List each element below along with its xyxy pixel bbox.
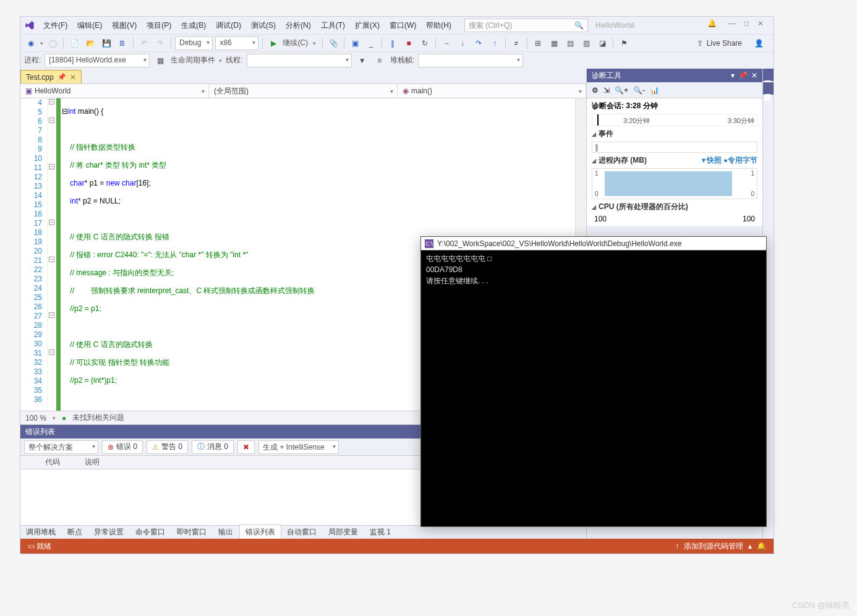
tab-locals[interactable]: 局部变量 <box>323 525 364 539</box>
minimize-icon[interactable]: — <box>728 19 736 32</box>
menu-build[interactable]: 生成(B) <box>177 18 210 33</box>
tab-exceptions[interactable]: 异常设置 <box>88 525 130 539</box>
step-out-icon[interactable]: ↑ <box>488 36 501 50</box>
undo-icon[interactable]: ↶ <box>137 36 151 50</box>
menu-file[interactable]: 文件(F) <box>39 18 72 33</box>
notif-icon[interactable]: 🔔 <box>757 542 766 550</box>
tb-misc-2[interactable]: ⊞ <box>531 36 545 50</box>
tb-misc-6[interactable]: ◪ <box>595 36 609 50</box>
clear-pill[interactable]: ✖ <box>237 440 255 454</box>
thread-tool-icon[interactable]: ≡ <box>373 54 386 67</box>
zoom-level[interactable]: 100 % <box>25 414 46 422</box>
collapse-icon[interactable]: ◢ <box>592 131 596 137</box>
tb-misc-3[interactable]: ▦ <box>547 36 561 50</box>
redo-icon[interactable]: ↷ <box>153 36 167 50</box>
thread-combo[interactable] <box>247 54 352 67</box>
menu-edit[interactable]: 编辑(E) <box>73 18 106 33</box>
tab-autos[interactable]: 自动窗口 <box>281 525 323 539</box>
collapse-icon[interactable]: ◢ <box>592 204 596 210</box>
thread-marker-icon[interactable]: ▼ <box>356 54 369 67</box>
tab-breakpoints[interactable]: 断点 <box>62 525 88 539</box>
tool-icon-1[interactable]: ▣ <box>348 36 362 50</box>
menu-tools[interactable]: 工具(T) <box>317 18 349 33</box>
fold-box-icon[interactable]: − <box>49 220 54 225</box>
tab-cmd[interactable]: 命令窗口 <box>130 525 171 539</box>
menu-test[interactable]: 测试(S) <box>247 18 280 33</box>
fold-box-icon[interactable]: − <box>49 312 54 318</box>
zoomin-icon[interactable]: 🔍+ <box>615 86 628 95</box>
tab-callstack[interactable]: 调用堆栈 <box>20 525 62 539</box>
new-icon[interactable]: 📄 <box>67 36 81 50</box>
nav-forward-icon[interactable]: ◯ <box>46 36 59 50</box>
messages-pill[interactable]: ⓘ消息 0 <box>192 440 234 454</box>
account-icon[interactable]: 👤 <box>754 39 764 48</box>
tb-misc-7[interactable]: ⚑ <box>617 36 631 50</box>
menu-ext[interactable]: 扩展(X) <box>351 18 384 33</box>
col-desc[interactable]: 说明 <box>85 457 100 468</box>
close-icon[interactable]: ✕ <box>751 71 757 80</box>
stop-icon[interactable]: ■ <box>402 36 416 50</box>
warnings-pill[interactable]: ⚠警告 0 <box>147 440 188 454</box>
gear-icon[interactable]: ⚙ <box>592 86 599 95</box>
nav-back-icon[interactable]: ◉ <box>24 36 38 50</box>
dropdown-icon[interactable]: ▾ <box>731 71 735 80</box>
zoomout-icon[interactable]: 🔍- <box>633 86 645 95</box>
col-code[interactable]: 代码 <box>45 457 60 468</box>
chevron-icon[interactable]: ▴ <box>748 542 752 550</box>
notifications-icon[interactable]: 🔔 <box>707 19 720 32</box>
step-over-icon[interactable]: ↷ <box>472 36 485 50</box>
save-icon[interactable]: 💾 <box>100 36 113 50</box>
pin-icon[interactable]: 📌 <box>738 71 748 80</box>
fold-box-icon[interactable]: − <box>49 118 54 123</box>
publish-icon[interactable]: ↑ <box>675 542 679 550</box>
menu-project[interactable]: 项目(P) <box>142 18 176 33</box>
config-combo[interactable]: Debug <box>175 36 213 50</box>
scope-combo[interactable]: ▣HelloWorld <box>20 84 209 98</box>
fold-box-icon[interactable]: − <box>49 99 54 105</box>
fold-box-icon[interactable]: − <box>49 349 54 355</box>
tb-misc-4[interactable]: ▤ <box>563 36 577 50</box>
sidetab-team[interactable]: 团队资源管理器 <box>763 82 774 95</box>
console-titlebar[interactable]: C:\ Y:\002_WorkSpace\002_VS\HelloWorld\H… <box>421 237 766 250</box>
errors-pill[interactable]: ⊗错误 0 <box>102 440 143 454</box>
diag-header[interactable]: 诊断工具 ▾📌✕ <box>587 69 762 82</box>
continue-button[interactable]: 继续(C) <box>283 38 308 48</box>
tb-misc-5[interactable]: ▥ <box>579 36 593 50</box>
stackframe-combo[interactable] <box>418 54 523 67</box>
tab-output[interactable]: 输出 <box>213 525 239 539</box>
lifecycle-icon[interactable]: ▦ <box>153 54 167 67</box>
search-box[interactable]: 搜索 (Ctrl+Q)🔍 <box>464 19 588 32</box>
continue-icon[interactable]: ▶ <box>266 36 280 50</box>
menu-analyze[interactable]: 分析(N) <box>281 18 315 33</box>
pause-icon[interactable]: ‖ <box>386 36 399 50</box>
func-combo[interactable]: ◉main() <box>398 84 586 98</box>
menu-view[interactable]: 视图(V) <box>108 18 141 33</box>
memory-chart[interactable]: 1 0 1 0 <box>592 168 757 199</box>
show-next-icon[interactable]: → <box>440 36 453 50</box>
fold-box-icon[interactable]: − <box>49 164 54 169</box>
console-window[interactable]: C:\ Y:\002_WorkSpace\002_VS\HelloWorld\H… <box>420 236 767 527</box>
scope2-combo[interactable]: (全局范围) <box>209 84 398 98</box>
collapse-icon[interactable]: ◢ <box>592 158 596 164</box>
menu-debug[interactable]: 调试(D) <box>211 18 245 33</box>
close-tab-icon[interactable]: ✕ <box>70 73 76 82</box>
errscope-combo[interactable]: 整个解决方案 <box>24 440 98 454</box>
saveall-icon[interactable]: 🗎 <box>116 36 129 50</box>
tool-icon-2[interactable]: _ <box>364 36 378 50</box>
open-icon[interactable]: 📂 <box>83 36 97 50</box>
fold-box-icon[interactable]: − <box>49 257 54 262</box>
menu-window[interactable]: 窗口(W) <box>385 18 420 33</box>
menu-help[interactable]: 帮助(H) <box>422 18 456 33</box>
tb-misc-1[interactable]: ≠ <box>510 36 523 50</box>
sidetab-solution[interactable]: 解决方案资源管理器 <box>763 69 774 81</box>
export-icon[interactable]: ⇲ <box>603 86 610 95</box>
tab-watch[interactable]: 监视 1 <box>364 525 397 539</box>
platform-combo[interactable]: x86 <box>215 36 258 50</box>
attach-icon[interactable]: 📎 <box>326 36 340 50</box>
liveshare-button[interactable]: Live Share <box>707 39 742 48</box>
pin-icon[interactable]: 📌 <box>58 73 66 81</box>
timeline[interactable]: 3:20分钟 3:30分钟 <box>592 114 757 126</box>
restart-icon[interactable]: ↻ <box>418 36 432 50</box>
tab-errorlist[interactable]: 错误列表 <box>239 524 281 540</box>
document-tab[interactable]: Test.cpp📌✕ <box>20 70 82 83</box>
